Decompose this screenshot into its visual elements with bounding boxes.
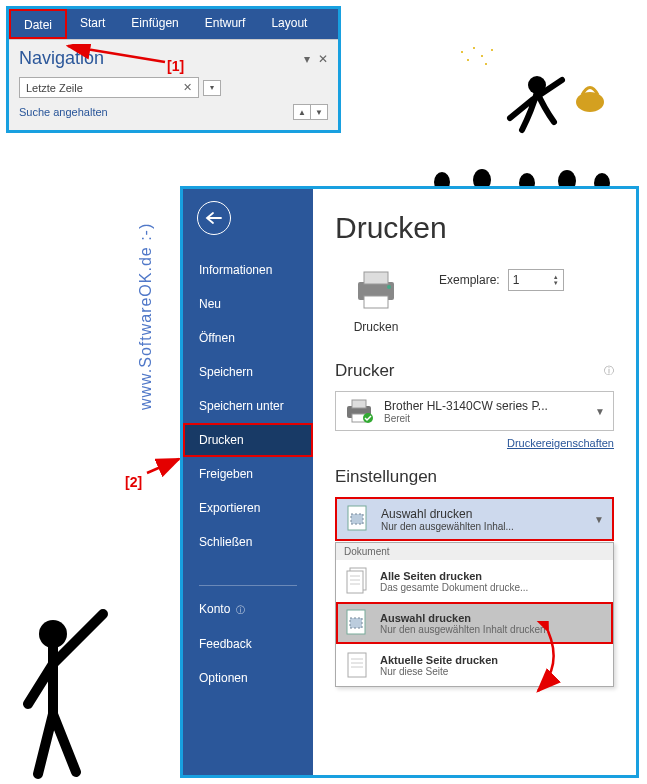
option-sub: Nur diese Seite <box>380 666 498 677</box>
print-what-dropdown: Dokument Alle Seiten drucken Das gesamte… <box>335 542 614 687</box>
sidebar-item-exportieren[interactable]: Exportieren <box>183 491 313 525</box>
option-label: Aktuelle Seite drucken <box>380 654 498 666</box>
option-aktuelle-seite-drucken[interactable]: Aktuelle Seite drucken Nur diese Seite <box>336 644 613 686</box>
selected-option-label: Auswahl drucken <box>381 507 584 521</box>
svg-point-9 <box>491 49 493 51</box>
svg-point-22 <box>387 285 391 289</box>
printer-selector[interactable]: Brother HL-3140CW series P... Bereit ▼ <box>335 391 614 431</box>
navigation-title: Navigation <box>19 48 104 69</box>
decorative-pointing-figure <box>8 584 138 784</box>
svg-rect-36 <box>348 653 366 677</box>
sidebar-item-schliessen[interactable]: Schließen <box>183 525 313 559</box>
copies-down-icon[interactable]: ▼ <box>553 280 559 286</box>
print-what-selector[interactable]: Auswahl drucken Nur den ausgewählten Inh… <box>335 497 614 541</box>
printer-icon <box>352 268 400 312</box>
svg-rect-24 <box>352 400 366 408</box>
back-button[interactable] <box>197 201 231 235</box>
svg-line-3 <box>147 459 179 473</box>
nav-close-icon[interactable]: ✕ <box>318 52 328 66</box>
print-button[interactable]: Drucken <box>335 263 417 339</box>
back-arrow-icon <box>205 211 223 225</box>
nav-collapse-icon[interactable]: ▾ <box>304 52 310 66</box>
sidebar-item-informationen[interactable]: Informationen <box>183 253 313 287</box>
watermark-text: www.SoftwareOK.de :-) <box>137 223 155 410</box>
navigation-search-input[interactable]: Letzte Zeile ✕ <box>19 77 199 98</box>
svg-point-8 <box>481 55 483 57</box>
clear-search-icon[interactable]: ✕ <box>183 81 192 94</box>
print-panel: Drucken Drucken Exemplare: 1 ▲ ▼ <box>313 189 636 775</box>
svg-rect-30 <box>347 571 363 593</box>
sidebar-item-drucken[interactable]: Drucken <box>183 423 313 457</box>
printer-name: Brother HL-3140CW series P... <box>384 399 585 413</box>
chevron-down-icon: ▼ <box>595 406 605 417</box>
svg-point-7 <box>473 47 475 49</box>
document-selection-icon <box>344 608 370 638</box>
printer-section-header: Drucker <box>335 361 395 381</box>
annotation-marker-1: [1] <box>167 58 184 74</box>
document-stack-icon <box>344 566 370 596</box>
document-page-icon <box>344 650 370 680</box>
print-button-label: Drucken <box>340 320 412 334</box>
annotation-arrow-2 <box>145 455 185 477</box>
decorative-figures <box>382 40 632 200</box>
printer-small-icon <box>344 398 374 424</box>
next-result-button[interactable]: ▼ <box>310 104 328 120</box>
option-alle-seiten-drucken[interactable]: Alle Seiten drucken Das gesamte Dokument… <box>336 560 613 602</box>
tab-start[interactable]: Start <box>67 9 118 39</box>
copies-label: Exemplare: <box>439 273 500 287</box>
info-icon[interactable]: ⓘ <box>604 364 614 378</box>
option-auswahl-drucken[interactable]: Auswahl drucken Nur den ausgewählten Inh… <box>336 602 613 644</box>
svg-point-11 <box>485 63 487 65</box>
option-label: Alle Seiten drucken <box>380 570 528 582</box>
selected-option-sub: Nur den ausgewählten Inhal... <box>381 521 584 532</box>
svg-point-10 <box>467 59 469 61</box>
sidebar-item-konto[interactable]: Konto <box>183 592 313 627</box>
prev-result-button[interactable]: ▲ <box>293 104 311 120</box>
svg-point-5 <box>576 92 604 112</box>
tab-einfuegen[interactable]: Einfügen <box>118 9 191 39</box>
sidebar-item-speichern-unter[interactable]: Speichern unter <box>183 389 313 423</box>
sidebar-item-neu[interactable]: Neu <box>183 287 313 321</box>
sidebar-item-speichern[interactable]: Speichern <box>183 355 313 389</box>
svg-rect-35 <box>350 618 362 628</box>
page-title: Drucken <box>335 211 614 245</box>
svg-point-18 <box>39 620 67 648</box>
svg-point-6 <box>461 51 463 53</box>
ribbon-tabs: Datei Start Einfügen Entwurf Layout <box>9 9 338 39</box>
document-selection-icon <box>345 504 371 534</box>
navigation-pane: Navigation ▾ ✕ Letzte Zeile ✕ ▾ Suche an… <box>9 39 338 130</box>
option-label: Auswahl drucken <box>380 612 546 624</box>
copies-input[interactable]: 1 ▲ ▼ <box>508 269 564 291</box>
backstage-view: Informationen Neu Öffnen Speichern Speic… <box>180 186 639 778</box>
sidebar-item-feedback[interactable]: Feedback <box>183 627 313 661</box>
search-value: Letzte Zeile <box>26 82 83 94</box>
svg-point-4 <box>528 76 546 94</box>
annotation-marker-2: [2] <box>125 474 142 490</box>
settings-section-header: Einstellungen <box>335 467 437 487</box>
printer-properties-link[interactable]: Druckereigenschaften <box>335 437 614 449</box>
svg-rect-21 <box>364 296 388 308</box>
chevron-down-icon: ▼ <box>594 514 604 525</box>
svg-rect-28 <box>351 514 363 524</box>
search-status: Suche angehalten <box>19 106 108 118</box>
option-sub: Nur den ausgewählten Inhalt drucken <box>380 624 546 635</box>
tab-layout[interactable]: Layout <box>258 9 320 39</box>
printer-status: Bereit <box>384 413 585 424</box>
dropdown-group-label: Dokument <box>336 543 613 560</box>
search-dropdown-icon[interactable]: ▾ <box>203 80 221 96</box>
option-sub: Das gesamte Dokument drucke... <box>380 582 528 593</box>
sidebar-item-oeffnen[interactable]: Öffnen <box>183 321 313 355</box>
tab-entwurf[interactable]: Entwurf <box>192 9 259 39</box>
sidebar-item-freigeben[interactable]: Freigeben <box>183 457 313 491</box>
backstage-sidebar: Informationen Neu Öffnen Speichern Speic… <box>183 189 313 775</box>
copies-value: 1 <box>513 273 520 287</box>
sidebar-item-optionen[interactable]: Optionen <box>183 661 313 695</box>
tab-datei[interactable]: Datei <box>9 9 67 39</box>
svg-rect-20 <box>364 272 388 284</box>
